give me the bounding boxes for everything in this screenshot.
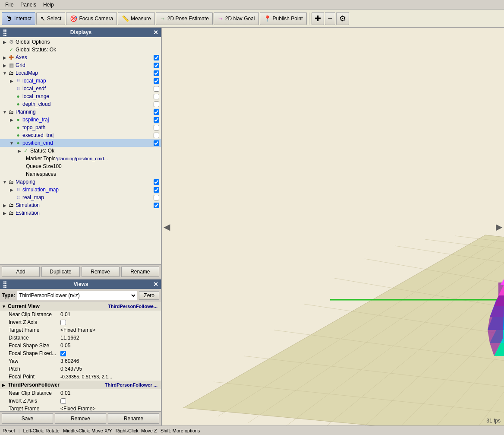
cb-grid[interactable] [154, 63, 159, 68]
views-close-button[interactable]: ✕ [153, 281, 158, 287]
add-tool-button[interactable]: ✚ [312, 12, 324, 25]
cb-simulation-map[interactable] [154, 187, 159, 193]
interact-button[interactable]: 🖱 Interact [2, 12, 35, 25]
tree-row-real-map[interactable]: ⠿ real_map [0, 194, 161, 201]
views-zero-button[interactable]: Zero [139, 291, 159, 300]
3d-scene[interactable]: ◀ ▶ 31 fps [162, 28, 504, 425]
cb-position-cmd[interactable] [154, 140, 159, 146]
tree-row-executed-traj[interactable]: ● executed_traj [0, 131, 161, 139]
tree-row-simulation-map[interactable]: ▶ ⠿ simulation_map [0, 186, 161, 194]
tree-row-position-cmd[interactable]: ▼ ● position_cmd [0, 139, 161, 147]
arrow-local-map[interactable]: ▶ [9, 79, 15, 83]
arrow-global-options[interactable]: ▶ [2, 40, 8, 44]
cv-label-tpf-near-clip: Near Clip Distance [0, 390, 60, 396]
viewport-left-arrow[interactable]: ◀ [164, 222, 170, 232]
tree-row-planning[interactable]: ▼ 🗂 Planning [0, 108, 161, 116]
arrow-localmap[interactable]: ▼ [2, 71, 8, 76]
cb-executed-traj[interactable] [154, 133, 159, 138]
cv-cb-tpf-invert-z[interactable] [60, 398, 66, 404]
cv-row-target-frame: Target Frame <Fixed Frame> [0, 326, 161, 334]
menu-file[interactable]: File [2, 1, 17, 9]
arrow-simulation[interactable]: ▶ [2, 203, 8, 208]
publish-point-button[interactable]: 📍 Publish Point [260, 12, 307, 25]
tree-row-estimation[interactable]: ▶ 🗂 Estimation [0, 209, 161, 217]
add-display-button[interactable]: Add [2, 267, 40, 277]
measure-icon: 📏 [122, 15, 129, 22]
duplicate-display-button[interactable]: Duplicate [41, 267, 79, 277]
tree-row-localmap[interactable]: ▼ 🗂 LocalMap [0, 69, 161, 77]
cb-local-range[interactable] [154, 94, 159, 99]
cv-row-tpf-target-frame: Target Frame <Fixed Frame> [0, 405, 161, 411]
cb-topo-path[interactable] [154, 125, 159, 130]
displays-title: Displays [70, 29, 91, 35]
arrow-mapping[interactable]: ▼ [2, 180, 8, 184]
nav-goal-button[interactable]: → 2D Nav Goal [214, 12, 259, 25]
tree-row-local-esdf[interactable]: ⠿ local_esdf [0, 85, 161, 92]
arrow-status[interactable]: ▶ [16, 149, 22, 153]
marker-topic-label: Marker Topic [0, 156, 55, 162]
views-type-select[interactable]: ThirdPersonFollower (rviz) [17, 291, 137, 300]
tree-row-simulation[interactable]: ▶ 🗂 Simulation [0, 201, 161, 209]
select-button[interactable]: ↖ Select [36, 12, 65, 25]
cv-label-focal-shape-size: Focal Shape Size [0, 343, 60, 349]
tree-row-depth-cloud[interactable]: ● depth_cloud [0, 100, 161, 108]
cb-localmap[interactable] [154, 70, 159, 76]
cv-cb-invert-z[interactable] [60, 320, 66, 325]
rename-view-button[interactable]: Rename [108, 413, 159, 424]
remove-view-button[interactable]: Remove [55, 413, 106, 424]
cv-arrow[interactable]: ▼ [2, 304, 8, 309]
arrow-sim-map[interactable]: ▶ [9, 187, 15, 192]
save-view-button[interactable]: Save [2, 413, 53, 424]
tree-row-local-range[interactable]: ● local_range [0, 92, 161, 100]
tree-row-topo-path[interactable]: ● topo_path [0, 124, 161, 131]
arrow-grid[interactable]: ▶ [2, 63, 8, 68]
displays-close-button[interactable]: ✕ [153, 29, 158, 35]
cv-row-focal-shape-fixed: Focal Shape Fixed... [0, 349, 161, 357]
cb-simulation[interactable] [154, 203, 159, 208]
remove-tool-button[interactable]: − [325, 12, 336, 25]
right-click-status: Right-Click: Move Z [116, 428, 157, 433]
measure-button[interactable]: 📏 Measure [118, 12, 155, 25]
cb-real-map[interactable] [154, 195, 159, 200]
displays-tree[interactable]: ▶ ⚙ Global Options ✓ Global Status: Ok ▶… [0, 37, 161, 264]
cb-local-esdf[interactable] [154, 86, 159, 92]
viewport[interactable]: ◀ ▶ 31 fps [162, 28, 504, 425]
menu-panels[interactable]: Panels [17, 1, 40, 9]
rename-display-button[interactable]: Rename [121, 267, 159, 277]
arrow-planning[interactable]: ▼ [2, 110, 8, 114]
cb-axes[interactable] [154, 55, 159, 60]
cb-local-map[interactable] [154, 78, 159, 84]
menu-help[interactable]: Help [40, 1, 57, 9]
arrow-axes[interactable]: ▶ [2, 55, 8, 60]
current-view-header[interactable]: ▼ Current View ThirdPersonFollowe... [0, 302, 161, 311]
reset-label[interactable]: Reset [3, 428, 15, 433]
tree-row-global-status[interactable]: ✓ Global Status: Ok [0, 46, 161, 54]
arrow-position-cmd[interactable]: ▼ [9, 141, 15, 146]
cb-planning[interactable] [154, 109, 159, 115]
arrow-estimation[interactable]: ▶ [2, 211, 8, 216]
arrow-bspline[interactable]: ▶ [9, 117, 15, 122]
tree-row-local-map[interactable]: ▶ ⠿ local_map [0, 77, 161, 85]
focus-camera-button[interactable]: 🎯 Focus Camera [66, 12, 117, 25]
tree-row-grid[interactable]: ▶ ▦ Grid [0, 61, 161, 69]
cv-label-near-clip: Near Clip Distance [0, 311, 60, 318]
marker-topic-value: /planning/position_cmd... [55, 156, 108, 161]
cb-depth-cloud[interactable] [154, 102, 159, 107]
cv-label-target-frame: Target Frame [0, 327, 60, 333]
third-person-header[interactable]: ▶ ThirdPersonFollower ThirdPersonFollowe… [0, 381, 161, 389]
tree-row-status-ok[interactable]: ▶ ✓ Status: Ok [0, 147, 161, 155]
pose-estimate-button[interactable]: → 2D Pose Estimate [156, 12, 213, 25]
cv-cb-focal-shape-fixed[interactable] [60, 351, 66, 356]
tree-row-global-options[interactable]: ▶ ⚙ Global Options [0, 38, 161, 46]
cb-bspline[interactable] [154, 117, 159, 123]
settings-button[interactable]: ⚙ [336, 12, 349, 25]
viewport-right-arrow[interactable]: ▶ [496, 222, 502, 232]
tree-row-bspline[interactable]: ▶ ● bspline_traj [0, 116, 161, 124]
remove-display-button[interactable]: Remove [82, 267, 120, 277]
cv-val-target-frame: <Fixed Frame> [60, 327, 95, 333]
tpf-arrow[interactable]: ▶ [2, 383, 8, 387]
views-type-label: Type: [2, 292, 15, 298]
tree-row-axes[interactable]: ▶ ✚ Axes [0, 54, 161, 61]
cb-mapping[interactable] [154, 179, 159, 185]
tree-row-mapping[interactable]: ▼ 🗂 Mapping [0, 178, 161, 186]
